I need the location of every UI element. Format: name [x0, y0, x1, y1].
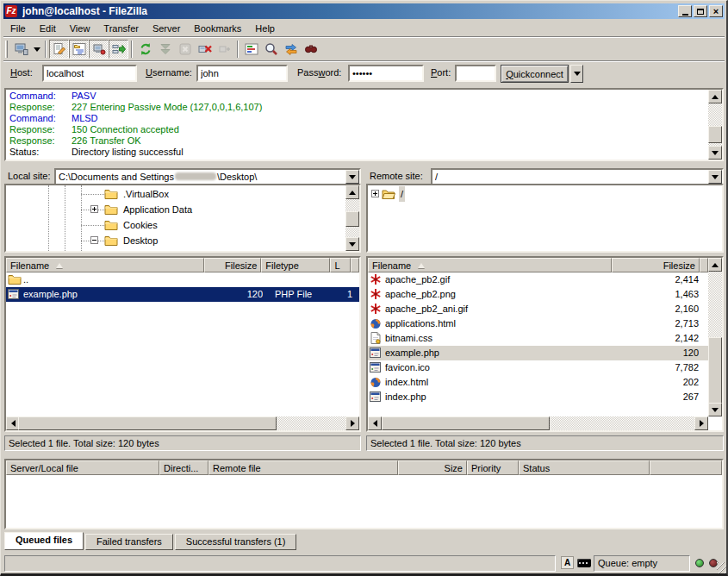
menu-item-file[interactable]: File [3, 22, 33, 35]
file-row[interactable]: example.php120PHP File1 [6, 287, 359, 302]
file-row[interactable]: apache_pb2.png1,463 [368, 287, 708, 302]
username-input[interactable] [196, 65, 288, 82]
password-input[interactable] [348, 65, 424, 82]
tree-connector [81, 225, 104, 226]
local-list-hscrollbar[interactable] [6, 416, 359, 430]
column-header-filename[interactable]: Filename [6, 258, 204, 272]
tab-successful-transfers-1[interactable]: Successful transfers (1) [175, 534, 297, 550]
file-row[interactable]: index.html202 [368, 375, 708, 390]
menu-item-view[interactable]: View [63, 22, 97, 35]
toggle-message-log-button[interactable] [49, 40, 69, 59]
remote-list-hscrollbar-right-button[interactable] [694, 416, 708, 430]
transfer-type-icon[interactable]: A [561, 556, 574, 569]
quickconnect-button[interactable]: Quickconnect [501, 65, 569, 83]
log-scrollbar-thumb[interactable] [708, 126, 722, 143]
disconnect-button[interactable] [195, 40, 215, 59]
local-site-combo[interactable]: C:\Documents and Settings\Desktop\ [54, 168, 361, 185]
speed-limit-indicator-icon[interactable] [577, 559, 591, 567]
menu-item-bookmarks[interactable]: Bookmarks [187, 22, 248, 35]
statusbar-message-area [4, 555, 556, 572]
sort-ascending-icon [418, 263, 425, 268]
local-list-hscrollbar-thumb[interactable] [18, 416, 277, 430]
local-tree-scrollbar[interactable] [345, 185, 359, 251]
menu-item-help[interactable]: Help [248, 22, 282, 35]
filter-icon [245, 42, 258, 56]
refresh-button[interactable] [135, 40, 155, 59]
expand-icon[interactable] [371, 190, 379, 197]
log-scrollbar-up-button[interactable] [708, 90, 722, 103]
synchronized-browsing-button[interactable] [281, 40, 301, 59]
find-files-button[interactable] [301, 40, 320, 59]
toggle-local-tree-button[interactable] [69, 40, 89, 59]
remote-list-vscrollbar-down-button[interactable] [708, 403, 722, 416]
local-list-hscrollbar-right-button[interactable] [345, 416, 359, 430]
column-header-remote-file[interactable]: Remote file [208, 460, 398, 475]
tree-item[interactable]: .VirtualBox [6, 186, 345, 202]
file-row[interactable]: favicon.ico7,782 [368, 360, 708, 375]
file-row[interactable]: index.php267 [368, 390, 708, 404]
file-row[interactable]: example.php120 [368, 346, 708, 360]
filter-button[interactable] [241, 40, 261, 59]
tab-failed-transfers[interactable]: Failed transfers [85, 534, 173, 550]
column-header-directi[interactable]: Directi... [159, 460, 208, 475]
column-header-filetype[interactable]: Filetype [261, 258, 330, 272]
collapse-icon[interactable] [90, 236, 98, 244]
tree-item[interactable]: Application Data [6, 202, 345, 217]
menu-item-transfer[interactable]: Transfer [96, 22, 146, 35]
log-line-label: Status: [6, 147, 72, 158]
port-label: Port: [431, 67, 451, 78]
local-tree-scrollbar-thumb[interactable] [345, 211, 359, 227]
column-header-filesize[interactable]: Filesize [612, 258, 700, 272]
local-tree-scrollbar-up-button[interactable] [345, 185, 359, 199]
column-header-server-local-file[interactable]: Server/Local file [6, 460, 159, 475]
remote-list-hscrollbar[interactable] [368, 416, 708, 430]
column-header-l[interactable]: L [330, 258, 351, 272]
tree-item[interactable]: Cookies [6, 217, 345, 233]
menu-item-edit[interactable]: Edit [33, 22, 63, 35]
toolbar-grip[interactable] [5, 41, 8, 58]
file-row[interactable]: apache_pb2_ani.gif2,160 [368, 302, 708, 316]
column-header-priority[interactable]: Priority [467, 460, 519, 475]
column-header-filesize[interactable]: Filesize [204, 258, 261, 272]
column-header-status[interactable]: Status [519, 460, 650, 475]
remote-list-vscrollbar[interactable] [708, 258, 722, 416]
tree-item[interactable]: Desktop [6, 233, 345, 248]
remote-site-combo[interactable]: / [431, 168, 724, 185]
column-header-size[interactable]: Size [398, 460, 467, 475]
process-queue-button[interactable] [155, 40, 175, 59]
resize-grip[interactable] [717, 562, 728, 573]
file-row[interactable]: .. [6, 272, 359, 287]
toggle-remote-tree-button[interactable] [89, 40, 109, 59]
file-row[interactable]: bitnami.css2,142 [368, 331, 708, 346]
menu-item-server[interactable]: Server [146, 22, 187, 35]
tab-queued-files[interactable]: Queued files [4, 532, 84, 550]
minimize-button[interactable] [678, 5, 692, 17]
remote-list-hscrollbar-left-button[interactable] [368, 416, 382, 430]
quickconnect-dropdown-button[interactable] [570, 65, 583, 83]
reconnect-button[interactable] [215, 40, 234, 59]
site-manager-button[interactable] [11, 40, 31, 59]
file-row[interactable]: applications.html2,713 [368, 316, 708, 331]
cancel-operation-button[interactable] [175, 40, 195, 59]
file-row[interactable]: apache_pb2.gif2,414 [368, 272, 708, 287]
remote-list-vscrollbar-up-button[interactable] [708, 258, 722, 272]
log-scrollbar[interactable] [708, 90, 722, 160]
maximize-button[interactable] [694, 5, 707, 17]
directory-comparison-button[interactable] [261, 40, 281, 59]
log-scrollbar-down-button[interactable] [708, 146, 722, 160]
expand-icon[interactable] [90, 205, 98, 213]
local-tree-scrollbar-down-button[interactable] [345, 237, 359, 251]
remote-list-vscrollbar-thumb[interactable] [708, 337, 722, 404]
site-manager-dropdown-button[interactable] [31, 40, 42, 59]
close-button[interactable]: × [709, 5, 723, 17]
local-site-dropdown-button[interactable] [345, 170, 359, 184]
column-header-filename[interactable]: Filename [368, 258, 612, 272]
toggle-transfer-queue-button[interactable] [109, 40, 128, 59]
host-input[interactable] [42, 65, 137, 82]
filezilla-logo-icon[interactable]: Fz [5, 5, 17, 17]
title-bar[interactable]: Fz john@localhost - FileZilla × [3, 3, 725, 19]
port-input[interactable] [455, 65, 496, 82]
remote-site-dropdown-button[interactable] [708, 170, 722, 184]
tree-item[interactable]: / [368, 186, 722, 202]
remote-list-hscrollbar-thumb[interactable] [382, 416, 550, 430]
